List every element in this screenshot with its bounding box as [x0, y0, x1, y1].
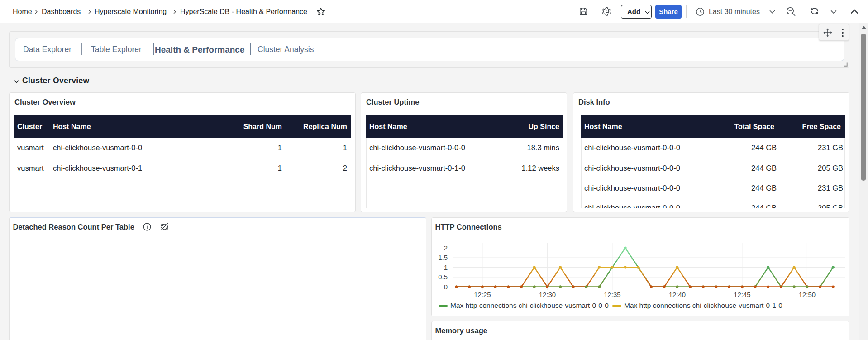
svg-text:2: 2 — [444, 244, 448, 252]
svg-text:12:30: 12:30 — [539, 291, 556, 298]
svg-text:12:35: 12:35 — [604, 291, 621, 298]
svg-text:Max http connections chi-click: Max http connections chi-clickhouse-vusm… — [624, 302, 782, 309]
svg-text:12:25: 12:25 — [474, 291, 491, 298]
svg-text:12:45: 12:45 — [734, 291, 751, 298]
svg-text:1.5: 1.5 — [438, 254, 448, 261]
svg-text:0.5: 0.5 — [438, 273, 448, 281]
svg-text:1: 1 — [444, 263, 448, 271]
svg-text:Max http connections chi-click: Max http connections chi-clickhouse-vusm… — [450, 302, 609, 309]
svg-text:0: 0 — [444, 283, 448, 291]
svg-text:12:50: 12:50 — [799, 291, 816, 298]
svg-text:12:40: 12:40 — [669, 291, 686, 298]
